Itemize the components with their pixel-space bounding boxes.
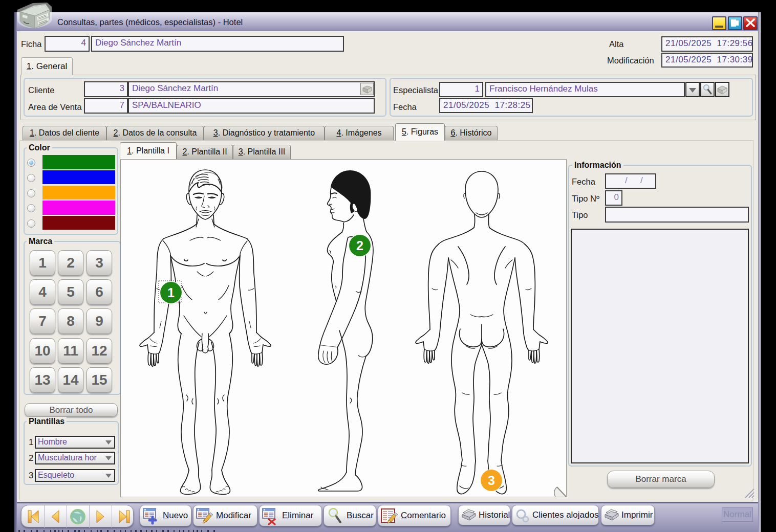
svg-text:3: 3 [488, 473, 495, 487]
svg-text:1: 1 [167, 285, 175, 300]
svg-text:2: 2 [356, 238, 363, 253]
